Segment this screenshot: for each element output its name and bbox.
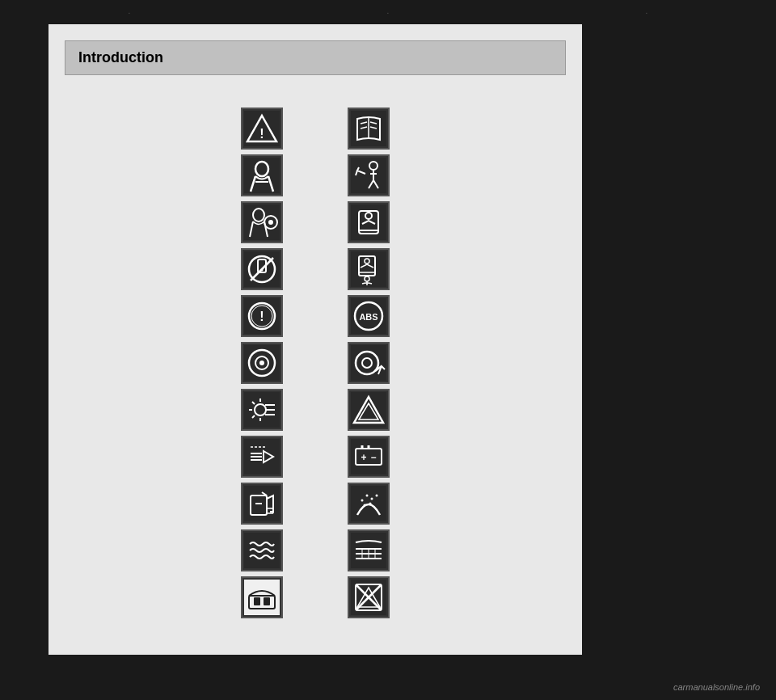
watermark: carmanualsonline.info [673,682,760,692]
intro-header: Introduction [65,40,566,75]
svg-point-73 [361,500,364,502]
main-content-area: Introduction ! [48,24,582,655]
svg-rect-47 [351,205,386,240]
page-title: Introduction [78,49,163,65]
mark-right: . [646,6,648,15]
headlight-icon [241,389,283,431]
no-mobile-icon [241,248,283,290]
seatbelt-airbag-icon [241,201,283,243]
svg-rect-42 [264,597,270,605]
rear-heat-icon [348,529,390,571]
fuel-icon [241,483,283,525]
svg-text:+: + [361,452,366,463]
manual-book-icon [348,108,390,150]
collision-icon [348,154,390,196]
svg-point-8 [268,220,273,225]
top-watermarks: . . . [0,6,776,15]
child-seat-anchor-icon [348,248,390,290]
mark-left: . [129,6,131,15]
svg-text:!: ! [259,310,264,323]
rear-defroster-icon [241,529,283,571]
oil-pressure-icon [241,342,283,384]
warning-triangle-icon: ! [241,108,283,150]
svg-text:−: − [370,452,376,463]
svg-point-77 [364,504,366,507]
svg-rect-41 [254,597,260,605]
right-icon-column: ABS [348,108,390,618]
seatbelt-icon [241,154,283,196]
child-seat-icon [348,201,390,243]
wiper-icon [348,483,390,525]
hazard-icon [348,389,390,431]
sunroof-icon [241,576,283,618]
svg-text:!: ! [259,127,264,141]
svg-point-75 [371,498,373,500]
svg-point-78 [369,503,372,505]
svg-point-76 [376,495,378,497]
traction-off-icon [348,576,390,618]
mark-center: . [387,6,390,15]
engine-warning-icon: ! [241,295,283,337]
fog-light-icon [241,436,283,478]
svg-point-74 [366,495,369,497]
abs-icon: ABS [348,295,390,337]
left-icon-column: ! [241,108,283,618]
tire-icon [348,342,390,384]
svg-point-21 [259,361,264,365]
icons-grid: ! [48,83,582,643]
svg-text:ABS: ABS [359,312,377,322]
battery-icon: + − [348,436,390,478]
